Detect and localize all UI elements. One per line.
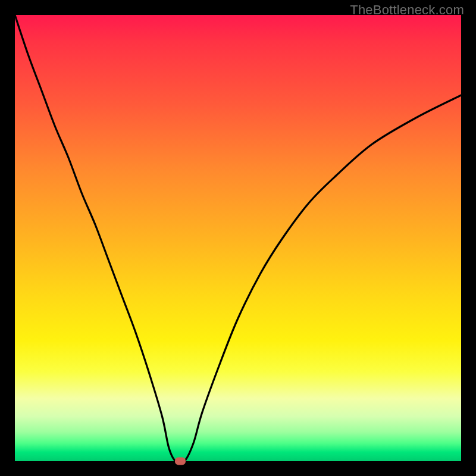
chart-frame: TheBottleneck.com <box>0 0 476 476</box>
curve-layer <box>15 15 461 461</box>
optimal-marker <box>175 458 186 465</box>
watermark-text: TheBottleneck.com <box>350 2 464 18</box>
bottleneck-curve <box>15 15 461 463</box>
